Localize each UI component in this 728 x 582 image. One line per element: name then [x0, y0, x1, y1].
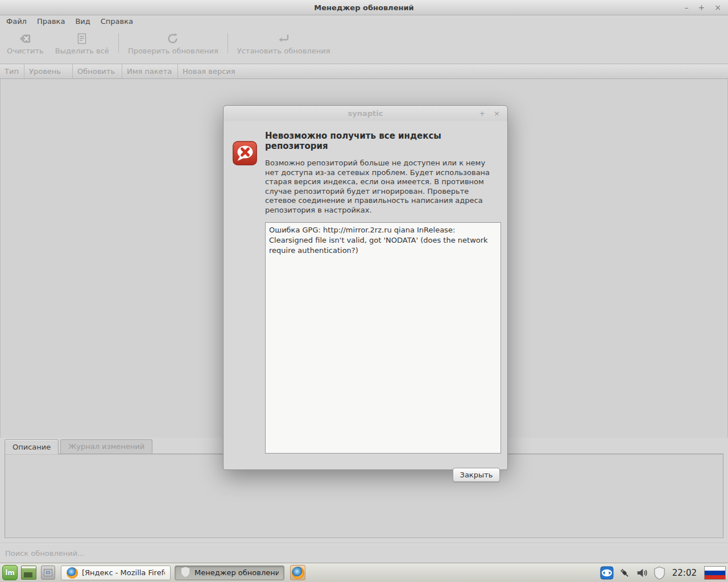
menu-edit[interactable]: Правка	[32, 16, 70, 26]
dialog-titlebar[interactable]: synaptic + ×	[224, 106, 507, 121]
column-header-package-name[interactable]: Имя пакета	[122, 64, 178, 78]
menu-view[interactable]: Вид	[70, 16, 95, 26]
window-titlebar[interactable]: Менеджер обновлений – + ×	[0, 0, 728, 15]
clear-icon	[18, 32, 32, 45]
taskbar-clock[interactable]: 22:02	[672, 568, 697, 578]
teamviewer-icon[interactable]	[600, 566, 614, 580]
content-spacer	[0, 60, 728, 64]
install-icon	[277, 32, 291, 45]
volume-icon[interactable]	[635, 566, 649, 580]
dialog-texts: Невозможно получить все индексы репозито…	[265, 126, 500, 215]
refresh-icon	[166, 32, 180, 45]
toolbar-separator	[118, 33, 119, 53]
error-speech-bubble-icon	[233, 141, 257, 165]
toolbar-button-refresh[interactable]: Проверить обновления	[122, 28, 224, 59]
tab-description[interactable]: Описание	[5, 439, 59, 454]
dialog-content: Невозможно получить все индексы репозито…	[224, 121, 507, 482]
menu-file[interactable]: Файл	[1, 16, 32, 26]
menu-help[interactable]: Справка	[96, 16, 138, 26]
toolbar-button-install[interactable]: Установить обновления	[231, 28, 336, 59]
dialog-heading: Невозможно получить все индексы репозито…	[265, 131, 500, 151]
keyboard-layout-flag-ru[interactable]	[704, 566, 726, 580]
toolbar-separator	[228, 33, 228, 53]
package-table-header: Тип Уровень Обновить Имя пакета Новая ве…	[0, 64, 728, 79]
toolbar-button-select-all[interactable]: Выделить всё	[49, 28, 115, 59]
firefox-icon	[67, 567, 78, 579]
desktop-screen: Менеджер обновлений – + × Файл Правка Ви…	[0, 0, 728, 582]
maximize-button[interactable]: +	[698, 3, 705, 11]
taskbar: lm [Яндекс - Mozilla Firefox] Менеджер о…	[0, 563, 728, 582]
network-plug-icon[interactable]	[618, 566, 631, 580]
dialog-body-text: Возможно репозиторий больше не доступен …	[265, 159, 500, 215]
column-header-new-version[interactable]: Новая версия	[178, 64, 728, 78]
system-tray: 22:02	[600, 566, 726, 580]
column-header-type[interactable]: Тип	[0, 64, 24, 78]
status-text: Поиск обновлений...	[5, 549, 85, 558]
synaptic-error-dialog: synaptic + ×	[223, 105, 508, 470]
show-desktop-icon[interactable]	[21, 566, 36, 580]
tab-changelog[interactable]: Журнал изменений	[60, 439, 152, 454]
column-header-level[interactable]: Уровень	[24, 64, 73, 78]
task-button-update-manager[interactable]: Менеджер обновлений	[175, 566, 284, 580]
dialog-controls: + ×	[479, 106, 500, 121]
column-header-update[interactable]: Обновить	[73, 64, 122, 78]
dialog-close-button[interactable]: ×	[494, 110, 500, 117]
close-button[interactable]: ×	[714, 3, 721, 11]
minimize-button[interactable]: –	[685, 3, 689, 11]
toolbar: Очистить Выделить всё	[0, 27, 728, 60]
window-controls: – + ×	[685, 0, 721, 15]
task-button-firefox[interactable]: [Яндекс - Mozilla Firefox]	[61, 566, 171, 580]
mint-menu-button[interactable]: lm	[2, 565, 18, 580]
toolbar-button-clear[interactable]: Очистить	[1, 28, 49, 59]
close-dialog-button[interactable]: Закрыть	[453, 468, 500, 482]
window-list-icon[interactable]	[41, 566, 55, 580]
dialog-title: synaptic	[348, 109, 383, 118]
firefox-launcher-icon[interactable]	[290, 565, 305, 580]
shield-tray-icon[interactable]	[653, 566, 667, 580]
gpg-error-textview[interactable]: Ошибка GPG: http://mirror.2rz.ru qiana I…	[265, 222, 501, 454]
mint-logo-icon: lm	[5, 569, 15, 577]
window-title: Менеджер обновлений	[314, 3, 413, 12]
status-bar: Поиск обновлений...	[0, 543, 728, 563]
menubar: Файл Правка Вид Справка	[0, 15, 728, 27]
dialog-button-row: Закрыть	[233, 468, 500, 482]
dialog-maximize-button[interactable]: +	[479, 110, 485, 117]
select-all-icon	[75, 32, 89, 45]
shield-icon	[180, 566, 191, 579]
